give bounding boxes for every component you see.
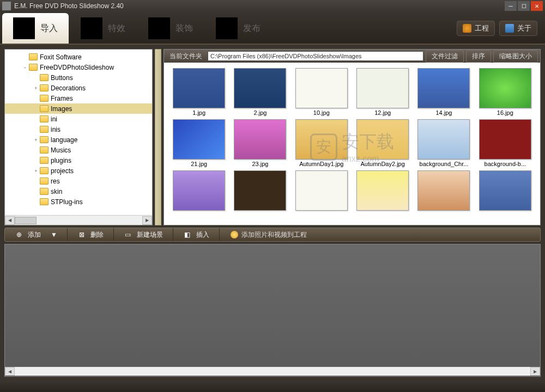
tab-decorate[interactable]: 装饰 xyxy=(137,13,204,44)
tab-publish[interactable]: 发布 xyxy=(205,13,271,44)
thumb-cell[interactable]: 1.jpg xyxy=(169,68,228,116)
timeline-panel[interactable]: ◀ ▶ xyxy=(4,244,541,377)
twisty-icon[interactable]: + xyxy=(32,137,40,143)
thumb-image[interactable] xyxy=(356,68,409,108)
tree-item-label: skin xyxy=(51,188,62,195)
path-input[interactable]: C:\Program Files (x86)\FreeDVDPhotoSlide… xyxy=(208,51,423,61)
scroll-track[interactable] xyxy=(15,216,142,225)
tree-item[interactable]: Frames xyxy=(5,93,152,103)
tree-item[interactable]: STPlug-ins xyxy=(5,197,152,207)
thumb-cell[interactable] xyxy=(476,170,535,212)
thumb-image[interactable] xyxy=(234,68,286,108)
minimize-button[interactable]: ─ xyxy=(505,1,517,11)
scroll-left-icon[interactable]: ◀ xyxy=(5,367,15,376)
scroll-thumb[interactable] xyxy=(15,217,37,224)
folder-tree[interactable]: Foxit Software−FreeDVDPhotoSlideshowButt… xyxy=(5,50,152,215)
thumb-image[interactable] xyxy=(295,170,348,211)
splitter[interactable] xyxy=(155,49,161,225)
scroll-right-icon[interactable]: ▶ xyxy=(530,367,540,376)
tree-item[interactable]: plugins xyxy=(5,155,152,166)
sort-button[interactable]: 排序 xyxy=(466,50,491,63)
thumb-cell[interactable] xyxy=(169,170,228,212)
tree-item-label: inis xyxy=(51,126,60,133)
thumb-cell[interactable]: background-b... xyxy=(476,119,535,167)
thumb-image[interactable] xyxy=(479,119,531,160)
tab-effects[interactable]: 特效 xyxy=(70,13,136,44)
thumb-image[interactable] xyxy=(173,119,225,160)
tab-import[interactable]: 导入 xyxy=(2,13,69,44)
thumb-image[interactable] xyxy=(417,119,470,160)
twisty-icon[interactable]: + xyxy=(32,85,40,91)
thumb-cell[interactable] xyxy=(231,170,289,212)
scroll-left-icon[interactable]: ◀ xyxy=(5,216,15,225)
thumb-cell[interactable]: 21.jpg xyxy=(169,119,228,167)
thumb-image[interactable] xyxy=(173,68,225,108)
thumb-cell[interactable] xyxy=(292,170,351,212)
tree-item[interactable]: Foxit Software xyxy=(5,52,152,62)
thumb-cell[interactable]: 10.jpg xyxy=(292,68,351,116)
folder-icon xyxy=(40,188,49,195)
tree-item[interactable]: +Decorations xyxy=(5,83,152,93)
folder-icon xyxy=(29,64,38,71)
thumb-cell[interactable]: background_Chr... xyxy=(414,119,473,167)
thumb-cell[interactable]: 2.jpg xyxy=(231,68,289,116)
maximize-button[interactable]: ☐ xyxy=(518,1,530,11)
thumb-cell[interactable] xyxy=(414,170,473,212)
app-icon xyxy=(2,2,11,10)
tab-effects-label: 特效 xyxy=(108,23,125,34)
thumb-image[interactable] xyxy=(479,170,531,211)
tree-item[interactable]: ini xyxy=(5,114,152,124)
thumb-cell[interactable]: 23.jpg xyxy=(231,119,289,167)
thumb-cell[interactable]: AutumnDay1.jpg xyxy=(292,119,351,167)
tree-item[interactable]: +projects xyxy=(5,166,152,176)
thumb-image[interactable] xyxy=(295,119,348,160)
about-button[interactable]: 关于 xyxy=(499,21,537,36)
thumbnail-grid[interactable]: 1.jpg2.jpg10.jpg12.jpg14.jpg16.jpg21.jpg… xyxy=(164,63,540,225)
twisty-icon[interactable]: + xyxy=(32,168,40,174)
tree-item[interactable]: res xyxy=(5,176,152,186)
thumb-cell[interactable] xyxy=(353,170,412,212)
add-button[interactable]: ⊕ 添加 ▼ xyxy=(5,228,68,241)
tree-item[interactable]: +language xyxy=(5,134,152,145)
tree-item[interactable]: −FreeDVDPhotoSlideshow xyxy=(5,62,152,72)
thumb-image[interactable] xyxy=(356,170,409,211)
dropdown-icon: ▼ xyxy=(51,231,57,238)
tree-item-label: Musics xyxy=(51,146,71,154)
scroll-right-icon[interactable]: ▶ xyxy=(142,216,152,225)
scroll-track[interactable] xyxy=(15,367,530,376)
timeline-scrollbar[interactable]: ◀ ▶ xyxy=(5,366,540,376)
thumb-filename: background-b... xyxy=(485,161,526,167)
tree-item[interactable]: Musics xyxy=(5,145,152,155)
thumb-cell[interactable]: 12.jpg xyxy=(353,68,412,116)
thumb-image[interactable] xyxy=(417,170,470,211)
tree-item[interactable]: Buttons xyxy=(5,72,152,83)
hint-label: 添加照片和视频到工程 xyxy=(241,230,307,240)
delete-button[interactable]: ⊠ 删除 xyxy=(68,228,114,241)
tree-item-label: STPlug-ins xyxy=(51,198,83,206)
thumb-cell[interactable]: AutumnDay2.jpg xyxy=(353,119,412,167)
project-button[interactable]: 工程 xyxy=(457,21,495,36)
tree-item[interactable]: Images xyxy=(5,103,152,114)
folder-icon xyxy=(40,126,49,133)
thumb-cell[interactable]: 14.jpg xyxy=(414,68,473,116)
thumbnail-panel: 当前文件夹 C:\Program Files (x86)\FreeDVDPhot… xyxy=(164,49,541,225)
insert-button[interactable]: ◧ 插入 xyxy=(173,228,220,241)
thumb-image[interactable] xyxy=(356,119,409,160)
twisty-icon[interactable]: − xyxy=(21,65,29,70)
thumb-image[interactable] xyxy=(173,170,225,211)
file-filter-button[interactable]: 文件过滤 xyxy=(426,50,464,63)
tree-item[interactable]: inis xyxy=(5,124,152,134)
thumb-image[interactable] xyxy=(234,170,286,211)
thumb-image[interactable] xyxy=(417,68,470,108)
thumb-image[interactable] xyxy=(295,68,348,108)
thumb-size-button[interactable]: 缩略图大小 xyxy=(493,50,538,63)
thumb-filename: 14.jpg xyxy=(436,109,452,116)
new-scene-button[interactable]: ▭ 新建场景 xyxy=(114,228,173,241)
tree-h-scrollbar[interactable]: ◀ ▶ xyxy=(5,215,152,225)
thumb-image[interactable] xyxy=(479,68,531,108)
close-button[interactable]: ✕ xyxy=(531,1,543,11)
thumb-image[interactable] xyxy=(234,119,286,160)
folder-icon xyxy=(40,74,49,81)
thumb-cell[interactable]: 16.jpg xyxy=(476,68,535,116)
tree-item[interactable]: skin xyxy=(5,186,152,197)
